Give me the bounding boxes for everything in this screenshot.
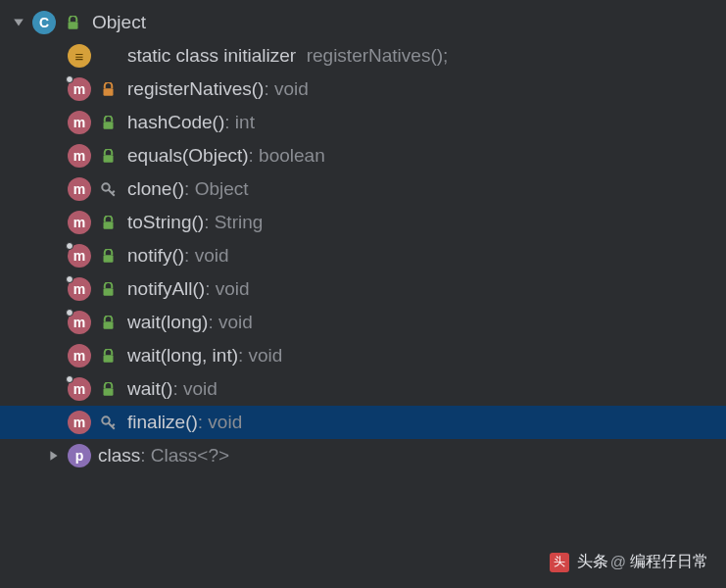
svg-rect-8 [103, 321, 113, 329]
method-icon: m [67, 410, 92, 435]
native-badge-icon [66, 75, 73, 83]
svg-rect-6 [103, 255, 113, 263]
watermark-text: 编程仔日常 [630, 552, 708, 572]
public-lock-icon [98, 313, 118, 332]
expand-arrow-icon[interactable] [10, 14, 27, 31]
public-lock-icon [98, 146, 118, 166]
tree-row-property-class[interactable]: p class: Class<?> [0, 439, 726, 472]
member-label: wait(long): void [127, 312, 253, 333]
member-label: toString(): String [127, 212, 263, 233]
public-lock-icon [63, 13, 82, 32]
svg-rect-3 [103, 155, 113, 163]
method-icon: m [67, 176, 92, 202]
method-icon: m [67, 310, 92, 335]
method-icon: m [67, 143, 92, 169]
watermark-brand: 头条 [577, 552, 608, 572]
public-lock-icon [98, 279, 118, 299]
svg-rect-1 [103, 88, 113, 96]
svg-rect-5 [103, 221, 113, 229]
member-label: hashCode(): int [127, 112, 255, 133]
method-icon: m [67, 210, 92, 235]
tree-row-member[interactable]: ≡static class initializer registerNative… [0, 39, 726, 73]
class-icon: C [31, 10, 57, 35]
method-icon: m [67, 343, 92, 368]
tree-row-member[interactable]: mregisterNatives(): void [0, 73, 726, 106]
tree-row-member[interactable]: mwait(long): void [0, 306, 726, 339]
public-lock-icon [98, 246, 118, 266]
member-label: wait(): void [127, 378, 218, 400]
tree-row-member[interactable]: mclone(): Object [0, 172, 726, 206]
no-access-icon [98, 46, 118, 66]
class-name-label: Object [92, 12, 146, 33]
member-label: notify(): void [127, 245, 229, 267]
watermark: 头 头条 @ 编程仔日常 [550, 552, 708, 572]
method-icon: m [67, 110, 92, 135]
svg-rect-7 [103, 288, 113, 296]
protected-key-icon [98, 413, 118, 432]
method-icon: m [67, 76, 92, 102]
tree-row-member[interactable]: mnotify(): void [0, 239, 726, 272]
method-icon: m [67, 376, 92, 402]
tree-row-member[interactable]: mfinalize(): void [0, 406, 726, 439]
svg-rect-9 [103, 355, 113, 363]
method-icon: m [67, 276, 92, 302]
private-lock-icon [98, 79, 118, 99]
watermark-at: @ [610, 554, 626, 571]
collapse-arrow-icon[interactable] [45, 447, 63, 465]
member-label: wait(long, int): void [127, 345, 282, 367]
member-label: equals(Object): boolean [127, 145, 325, 167]
native-badge-icon [66, 275, 73, 283]
native-badge-icon [66, 309, 73, 317]
tree-row-member[interactable]: mtoString(): String [0, 206, 726, 239]
svg-rect-0 [68, 22, 77, 29]
property-icon: p [67, 443, 92, 468]
tree-row-class-object[interactable]: C Object [0, 6, 726, 39]
native-badge-icon [66, 375, 73, 383]
class-initializer-icon: ≡ [67, 43, 92, 69]
toutiao-logo-icon: 头 [550, 553, 569, 572]
tree-row-member[interactable]: mequals(Object): boolean [0, 139, 726, 172]
public-lock-icon [98, 346, 118, 366]
public-lock-icon [98, 113, 118, 132]
structure-tree: C Object ≡static class initializer regis… [0, 0, 726, 472]
tree-row-member[interactable]: mnotifyAll(): void [0, 272, 726, 306]
property-label: class: Class<?> [98, 445, 229, 466]
member-label: clone(): Object [127, 178, 249, 200]
svg-rect-10 [103, 388, 113, 396]
member-label: notifyAll(): void [127, 278, 250, 300]
svg-rect-2 [103, 122, 113, 129]
member-label: registerNatives(): void [127, 78, 309, 100]
protected-key-icon [98, 179, 118, 199]
member-label: finalize(): void [127, 412, 242, 433]
public-lock-icon [98, 213, 118, 232]
tree-row-member[interactable]: mhashCode(): int [0, 106, 726, 139]
tree-row-member[interactable]: mwait(): void [0, 372, 726, 406]
method-icon: m [67, 243, 92, 269]
native-badge-icon [66, 242, 73, 250]
member-label: static class initializer registerNatives… [127, 45, 448, 67]
tree-row-member[interactable]: mwait(long, int): void [0, 339, 726, 372]
public-lock-icon [98, 379, 118, 399]
